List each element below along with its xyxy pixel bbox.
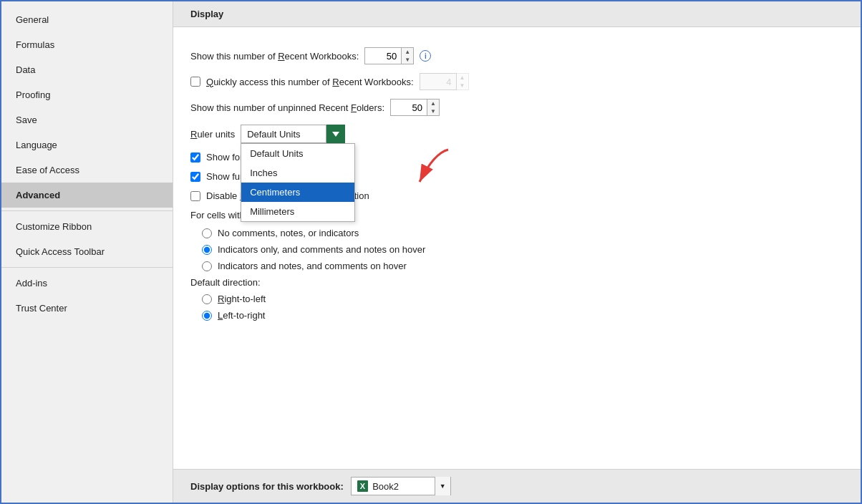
sidebar-item-quick-access-toolbar[interactable]: Quick Access Toolbar — [1, 239, 173, 264]
sidebar-divider-2 — [1, 267, 173, 268]
workbook-dropdown-arrow[interactable]: ▼ — [435, 477, 450, 495]
recent-workbooks-info-icon[interactable]: i — [420, 50, 431, 62]
bottom-bar: Display options for this workbook: X Boo… — [173, 469, 861, 503]
recent-workbooks-spin-buttons: ▲ ▼ — [402, 47, 414, 64]
sidebar-item-language[interactable]: Language — [1, 132, 173, 158]
show-formula-bar-checkbox[interactable] — [190, 152, 200, 163]
recent-folders-spinbox: ▲ ▼ — [390, 99, 440, 116]
recent-folders-spin-buttons: ▲ ▼ — [427, 99, 440, 116]
quick-access-input[interactable] — [420, 73, 457, 90]
quick-access-spin-up[interactable]: ▲ — [457, 74, 468, 82]
recent-folders-spin-down[interactable]: ▼ — [427, 107, 439, 115]
ruler-units-dropdown-arrow[interactable] — [326, 125, 345, 143]
recent-workbooks-input[interactable] — [364, 47, 402, 64]
radio-rtl-row: Right-to-left — [190, 294, 843, 304]
bottom-bar-label: Display options for this workbook: — [190, 481, 344, 492]
radio-indicators-only-label: Indicators only, and comments and notes … — [218, 244, 425, 255]
sidebar-item-advanced[interactable]: Advanced — [1, 183, 173, 208]
radio-no-comments[interactable] — [202, 228, 212, 238]
radio-ltr-label: Left-to-right — [218, 310, 265, 321]
ruler-units-selected-value: Default Units — [247, 129, 320, 140]
recent-workbooks-row: Show this number of Recent Workbooks: ▲ … — [190, 47, 843, 64]
recent-workbooks-label: Show this number of Recent Workbooks: — [190, 51, 359, 62]
ruler-units-dropdown-menu: Default Units Inches Centimeters Millime… — [241, 143, 355, 222]
workbook-name: Book2 — [372, 481, 435, 492]
radio-ltr[interactable] — [202, 311, 212, 321]
ruler-units-label: Ruler units — [190, 129, 235, 140]
display-section-header: Display — [173, 1, 861, 27]
radio-indicators-notes-label: Indicators and notes, and comments on ho… — [218, 261, 407, 271]
radio-rtl-label: Right-to-left — [218, 294, 266, 304]
ruler-units-dropdown-btn[interactable]: Default Units — [241, 125, 326, 143]
sidebar-item-proofing[interactable]: Proofing — [1, 82, 173, 107]
quick-access-checkbox[interactable] — [190, 77, 200, 87]
direction-section-label: Default direction: — [190, 277, 843, 288]
show-fullscreen-checkbox[interactable] — [190, 172, 200, 182]
sidebar-item-data[interactable]: Data — [1, 57, 173, 82]
sidebar-item-formulas[interactable]: Formulas — [1, 32, 173, 57]
quick-access-spinbox: ▲ ▼ — [420, 73, 469, 90]
recent-workbooks-spinbox: ▲ ▼ — [364, 47, 414, 64]
workbook-dropdown[interactable]: X Book2 ▼ — [351, 477, 451, 495]
quick-access-row: Quickly access this number of Recent Wor… — [190, 73, 843, 90]
chevron-down-icon — [332, 132, 339, 137]
sidebar-item-trust-center[interactable]: Trust Center — [1, 296, 173, 321]
sidebar-item-add-ins[interactable]: Add-ins — [1, 271, 173, 296]
sidebar-item-customize-ribbon[interactable]: Customize Ribbon — [1, 214, 173, 239]
radio-indicators-notes-row: Indicators and notes, and comments on ho… — [190, 261, 843, 271]
radio-indicators-notes[interactable] — [202, 261, 212, 271]
recent-folders-input[interactable] — [390, 99, 427, 116]
sidebar: General Formulas Data Proofing Save Lang… — [1, 1, 173, 503]
recent-folders-label: Show this number of unpinned Recent Fold… — [190, 102, 384, 113]
main-content: Display Show this number of Recent Workb… — [173, 1, 861, 503]
radio-no-comments-label: No comments, notes, or indicators — [218, 228, 359, 238]
radio-no-comments-row: No comments, notes, or indicators — [190, 228, 843, 238]
sidebar-item-general[interactable]: General — [1, 7, 173, 32]
ruler-units-dropdown-wrapper: Default Units Default Units Inches Centi… — [241, 125, 345, 143]
radio-indicators-only-row: Indicators only, and comments and notes … — [190, 244, 843, 255]
recent-workbooks-spin-down[interactable]: ▼ — [402, 56, 413, 64]
quick-access-spin-down[interactable]: ▼ — [457, 82, 468, 89]
quick-access-spin-buttons: ▲ ▼ — [457, 73, 469, 90]
display-content-area: Show this number of Recent Workbooks: ▲ … — [173, 27, 861, 321]
sidebar-item-save[interactable]: Save — [1, 107, 173, 132]
ruler-option-inches[interactable]: Inches — [241, 163, 354, 183]
svg-marker-0 — [332, 132, 339, 137]
ruler-option-millimeters[interactable]: Millimeters — [241, 202, 354, 221]
workbook-icon: X — [357, 480, 368, 492]
radio-rtl[interactable] — [202, 294, 212, 304]
ruler-units-row: Ruler units Default Units Default Units … — [190, 125, 843, 143]
recent-workbooks-spin-up[interactable]: ▲ — [402, 48, 413, 56]
recent-folders-spin-up[interactable]: ▲ — [427, 100, 439, 107]
sidebar-divider-1 — [1, 210, 173, 211]
disable-hw-checkbox[interactable] — [190, 191, 200, 201]
sidebar-item-ease-of-access[interactable]: Ease of Access — [1, 158, 173, 183]
quick-access-label: Quickly access this number of Recent Wor… — [206, 77, 414, 87]
recent-folders-row: Show this number of unpinned Recent Fold… — [190, 99, 843, 116]
ruler-option-centimeters[interactable]: Centimeters — [241, 183, 354, 202]
radio-indicators-only[interactable] — [202, 245, 212, 255]
radio-ltr-row: Left-to-right — [190, 310, 843, 321]
ruler-option-default-units[interactable]: Default Units — [241, 144, 354, 163]
